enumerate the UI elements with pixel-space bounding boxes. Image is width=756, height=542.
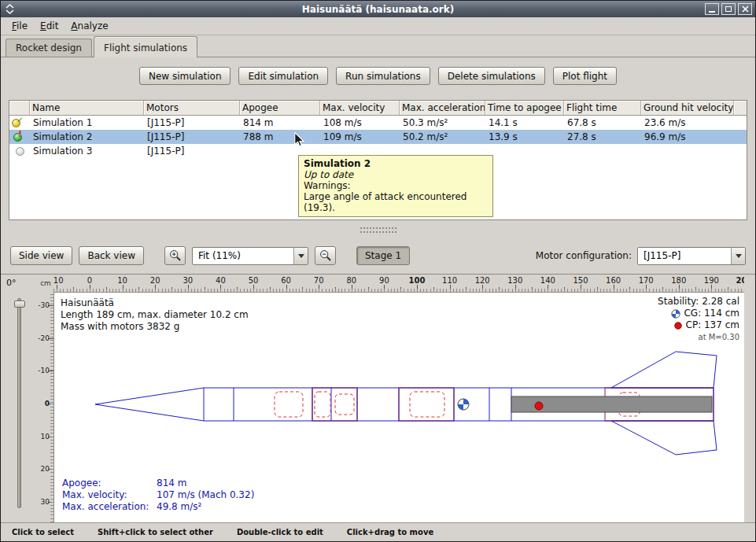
motor-configuration-value: [J115-P] [638,248,731,264]
menu-bar: FileEditAnalyze [1,17,755,35]
flight-stat-row: Apogee:814 m [62,477,254,489]
button-edit-simulation[interactable]: Edit simulation [238,67,328,85]
ruler-tick [581,285,581,292]
rotation-slider-handle[interactable] [14,300,25,308]
column-header-name[interactable]: Name [30,101,144,115]
status-bar: Click to selectShift+click to select oth… [1,522,755,541]
ruler-label-0: 0 [45,400,50,407]
maximize-button[interactable] [721,3,736,15]
cell-max-velocity: 108 m/s [320,116,400,130]
back-view-button[interactable]: Back view [79,246,144,265]
zoom-in-button[interactable] [164,246,186,265]
table-header: NameMotorsApogeeMax. velocityMax. accele… [9,101,747,116]
column-header-max-velocity[interactable]: Max. velocity [320,101,400,115]
cell-fill [734,116,747,130]
side-view-button[interactable]: Side view [10,246,72,265]
status-hint-click-drag-to-move: Click+drag to move [347,528,433,536]
cg-value: CG: 114 cm [684,308,739,319]
title-bar[interactable]: Haisunäätä (haisunaata.ork) [1,1,755,17]
column-header-time-to-apogee[interactable]: Time to apogee [485,101,564,115]
ruler-label-170: 170 [639,276,654,285]
cell-max-acceleration: 50.3 m/s² [400,116,485,130]
ruler-tick [646,285,647,292]
status-warning-icon: ! [18,130,22,142]
tab-bar: Rocket designFlight simulations [1,35,755,57]
button-run-simulations[interactable]: Run simulations [336,67,430,85]
ruler-tick [450,285,451,292]
column-header-flight-time[interactable]: Flight time [564,101,641,115]
button-delete-simulations[interactable]: Delete simulations [438,67,545,85]
zoom-select-value: Fit (11%) [193,248,293,264]
status-hint-shift-click-to-select-other: Shift+click to select other [98,528,213,536]
rocket-canvas[interactable]: Haisunäätä Length 189 cm, max. diameter … [53,292,744,522]
status-check-icon: ✓ [17,116,23,127]
cell-fill [734,144,747,158]
ruler-label-50: 50 [249,276,259,285]
tab-flight-simulations[interactable]: Flight simulations [94,36,197,57]
motor-configuration-arrow[interactable] [731,248,745,264]
flight-stat-value: 814 m [157,477,186,489]
table-row-2[interactable]: !Simulation 2[J115-P]788 m109 m/s50.2 m/… [9,130,747,144]
menu-item-analyze[interactable]: Analyze [65,18,114,34]
status-hint-click-to-select: Click to select [12,528,74,536]
ruler-tick [155,285,156,292]
zoom-in-icon [169,249,182,262]
stage-1-toggle[interactable]: Stage 1 [356,246,410,265]
tooltip-title: Simulation 2 [304,158,488,169]
ruler-label--10: -10 [53,276,64,285]
split-pane-divider[interactable] [1,225,755,238]
ruler-unit-label: cm [38,275,53,292]
menu-item-file[interactable]: File [6,18,34,34]
flight-stat-value: 107 m/s (Mach 0.32) [157,489,254,501]
ruler-tick [319,285,319,292]
minimize-icon [709,11,715,13]
motor-configuration-select[interactable]: [J115-P] [637,247,746,265]
status-cell [9,144,30,158]
cell-motors: [J115-P] [144,130,240,144]
view-toolbar: Side view Back view Fit (11%) Stage 1 [1,238,755,274]
cg-marker-icon [458,399,469,410]
column-header-motors[interactable]: Motors [144,101,240,115]
ruler-tick [352,285,352,292]
close-button[interactable] [738,3,752,15]
button-plot-flight[interactable]: Plot flight [553,67,617,85]
button-new-simulation[interactable]: New simulation [139,67,231,85]
window-title: Haisunäätä (haisunaata.ork) [1,4,755,15]
tab-rocket-design[interactable]: Rocket design [6,39,92,57]
column-header-apogee[interactable]: Apogee [240,101,320,115]
cell-name: Simulation 3 [30,144,144,158]
table-row-1[interactable]: ✓Simulation 1[J115-P]814 m108 m/s50.3 m/… [9,116,747,130]
rotation-angle-label: 0° [6,278,17,288]
cell-flight-time: 27.8 s [564,130,641,144]
ruler-tick [482,285,483,292]
zoom-select[interactable]: Fit (11%) [192,247,308,265]
ruler-label--20: -20 [38,334,50,342]
ruler-label-160: 160 [606,276,621,285]
status-cell: ! [9,130,30,144]
ruler-label-150: 150 [573,276,588,285]
ruler-tick [57,285,57,292]
mouse-cursor-icon [293,132,306,148]
column-header-ground-hit-velocity[interactable]: Ground hit velocity [641,101,734,115]
ruler-label-10: 10 [117,276,127,285]
menu-item-edit[interactable]: Edit [34,18,65,34]
ruler-label-100: 100 [409,276,426,285]
ruler-tick [253,285,254,292]
flight-stat-label: Max. acceleration: [62,501,157,513]
rotation-slider[interactable] [17,298,21,508]
fin-upper[interactable] [611,352,717,388]
zoom-out-button[interactable] [315,246,336,265]
ruler-label-30: 30 [183,276,193,285]
rocket-info: Haisunäätä Length 189 cm, max. diameter … [61,297,249,333]
cp-value: CP: 137 cm [686,319,739,331]
column-header-max-acceleration[interactable]: Max. acceleration [400,101,485,115]
flight-stat-value: 49.8 m/s² [157,501,201,513]
ruler-label-80: 80 [346,276,356,285]
column-header-status[interactable] [9,101,30,115]
zoom-select-arrow[interactable] [293,248,308,264]
fin-lower[interactable] [611,421,717,455]
minimize-button[interactable] [705,3,719,15]
ruler-tick [123,285,124,292]
cg-legend-icon [671,309,680,319]
ruler-label-190: 190 [704,276,719,285]
